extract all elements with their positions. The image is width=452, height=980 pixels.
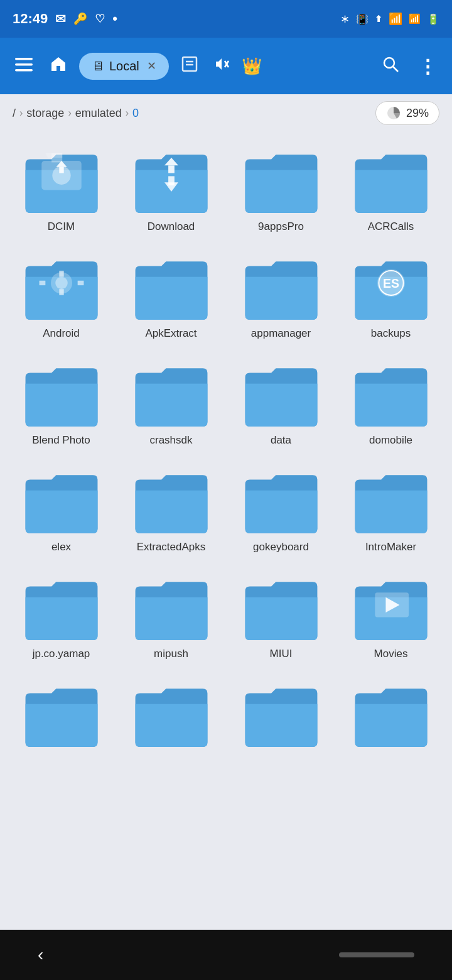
folder-item-elex[interactable]: elex <box>6 459 116 565</box>
folder-icon-gokeyboard <box>240 467 322 536</box>
battery-icon: 🔋 <box>427 13 439 25</box>
search-button[interactable] <box>377 50 404 82</box>
folder-label-extractedapks: ExtractedApks <box>137 540 206 554</box>
wifi-icon: 📶 <box>389 12 402 26</box>
folder-icon-domobile <box>350 361 432 430</box>
folder-item-backups[interactable]: ES backups <box>336 245 446 352</box>
folder-icon-movies <box>350 574 432 643</box>
more-button[interactable]: ⋮ <box>413 50 442 82</box>
folder-item-jpco[interactable]: jp.co.yamap <box>6 565 116 672</box>
home-pill[interactable] <box>339 952 414 957</box>
svg-rect-2 <box>15 69 33 72</box>
folder-item-acrcalls[interactable]: ACRCalls <box>336 138 446 245</box>
folder-item-miui[interactable]: MIUI <box>226 565 336 672</box>
svg-rect-22 <box>59 289 63 295</box>
folder-label-crashsdk: crashsdk <box>149 433 192 447</box>
folder-icon-extra4 <box>350 681 432 750</box>
folder-item-download[interactable]: Download <box>116 138 226 245</box>
mute-icon <box>210 53 233 79</box>
breadcrumb-sep2: › <box>68 107 71 119</box>
folder-item-domobile[interactable]: domobile <box>336 352 446 459</box>
breadcrumb-sep3: › <box>126 107 129 119</box>
tab2-button[interactable] <box>178 52 202 80</box>
folder-icon-blendphoto <box>21 361 102 430</box>
breadcrumb: / › storage › emulated › 0 29% <box>0 94 452 132</box>
folder-label-backups: backups <box>371 327 411 340</box>
svg-rect-24 <box>77 281 83 285</box>
folder-icon-mipush <box>131 574 212 643</box>
svg-rect-21 <box>59 271 63 277</box>
svg-rect-16 <box>168 165 175 173</box>
folder-label-intromaker: IntroMaker <box>365 540 416 554</box>
file-grid: DCIM Download 9appsPro <box>0 132 452 765</box>
local-tab[interactable]: 🖥 Local ✕ <box>79 53 169 80</box>
svg-text:ES: ES <box>382 276 399 290</box>
breadcrumb-storage[interactable]: storage <box>26 107 64 120</box>
folder-label-jpco: jp.co.yamap <box>33 647 90 661</box>
menu-button[interactable] <box>10 51 38 81</box>
folder-icon-data <box>240 361 322 430</box>
folder-item-apkextract[interactable]: ApkExtract <box>116 245 226 352</box>
storage-percent: 29% <box>406 107 429 120</box>
folder-item-extra2[interactable] <box>116 672 226 765</box>
folder-item-extractedapks[interactable]: ExtractedApks <box>116 459 226 565</box>
folder-item-dcim[interactable]: DCIM <box>6 138 116 245</box>
folder-item-extra4[interactable] <box>336 672 446 765</box>
folder-label-elex: elex <box>51 540 71 554</box>
folder-item-9appspro[interactable]: 9appsPro <box>226 138 336 245</box>
data-icon: ⬆ <box>375 14 382 24</box>
dot-icon: • <box>112 11 117 27</box>
bluetooth-icon: ∗ <box>340 12 350 26</box>
svg-line-9 <box>393 67 398 72</box>
folder-icon-backups: ES <box>350 254 432 323</box>
breadcrumb-root[interactable]: / <box>13 107 16 120</box>
breadcrumb-sep1: › <box>19 107 23 119</box>
folder-icon-extra1 <box>21 681 102 750</box>
folder-item-crashsdk[interactable]: crashsdk <box>116 352 226 459</box>
storage-pie-chart <box>386 106 401 121</box>
folder-item-mipush[interactable]: mipush <box>116 565 226 672</box>
monitor-icon: 🖥 <box>92 59 104 74</box>
svg-rect-1 <box>15 63 33 66</box>
folder-icon-extractedapks <box>131 467 212 536</box>
vibrate-icon: 📳 <box>356 13 369 25</box>
breadcrumb-emulated[interactable]: emulated <box>75 107 122 120</box>
folder-label-miui: MIUI <box>270 647 293 661</box>
crown-icon: 👑 <box>242 57 262 76</box>
navigation-bar: ‹ <box>0 930 452 980</box>
folder-icon-9appspro <box>240 147 322 216</box>
folder-label-gokeyboard: gokeyboard <box>253 540 309 554</box>
folder-label-9appspro: 9appsPro <box>258 220 304 234</box>
folder-icon-appmanager <box>240 254 322 323</box>
svg-point-8 <box>384 58 394 68</box>
folder-item-gokeyboard[interactable]: gokeyboard <box>226 459 336 565</box>
svg-rect-23 <box>39 281 45 285</box>
folder-icon-apkextract <box>131 254 212 323</box>
folder-item-appmanager[interactable]: appmanager <box>226 245 336 352</box>
folder-item-movies[interactable]: Movies <box>336 565 446 672</box>
signal-icon: 📶 <box>409 13 421 24</box>
folder-item-extra3[interactable] <box>226 672 336 765</box>
folder-icon-jpco <box>21 574 102 643</box>
folder-item-data[interactable]: data <box>226 352 336 459</box>
folder-label-domobile: domobile <box>369 433 412 447</box>
folder-item-android[interactable]: Android <box>6 245 116 352</box>
breadcrumb-zero[interactable]: 0 <box>132 107 139 120</box>
home-button[interactable] <box>46 52 70 80</box>
gmail-icon: ✉ <box>55 11 66 26</box>
tab-label: Local <box>109 59 139 74</box>
back-button[interactable]: ‹ <box>38 945 43 965</box>
folder-icon-download <box>131 147 212 216</box>
svg-rect-14 <box>59 167 63 173</box>
folder-icon-acrcalls <box>350 147 432 216</box>
folder-icon-android <box>21 254 102 323</box>
folder-icon-elex <box>21 467 102 536</box>
folder-icon-intromaker <box>350 467 432 536</box>
key-icon: 🔑 <box>73 12 87 26</box>
folder-item-blendphoto[interactable]: Blend Photo <box>6 352 116 459</box>
folder-item-extra1[interactable] <box>6 672 116 765</box>
folder-item-intromaker[interactable]: IntroMaker <box>336 459 446 565</box>
tab-close-button[interactable]: ✕ <box>147 59 156 73</box>
folder-icon-miui <box>240 574 322 643</box>
folder-label-data: data <box>271 433 291 447</box>
